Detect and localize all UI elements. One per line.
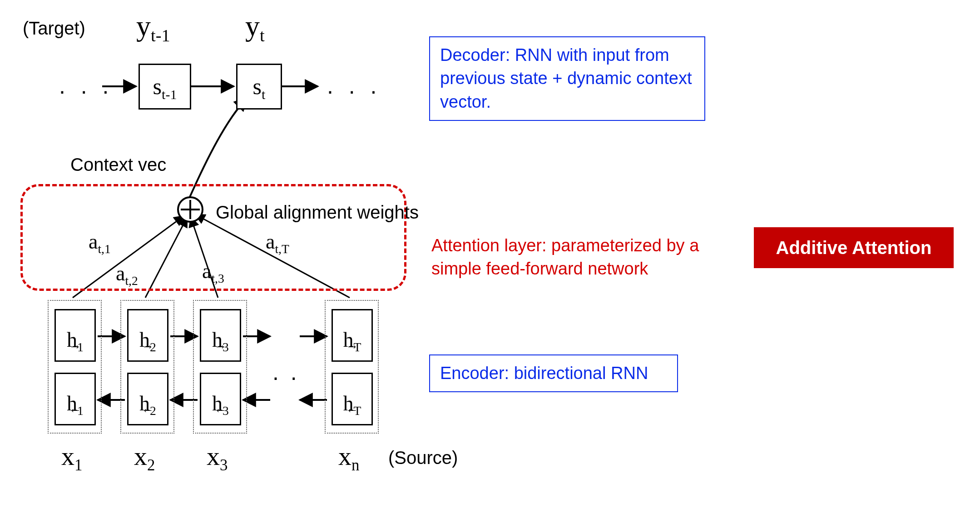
enc-hb-T: ←hT xyxy=(332,373,373,425)
diagram-stage: (Target) yt-1 yt . . . . . . st-1 st Con… xyxy=(0,0,980,509)
additive-attention-badge: Additive Attention xyxy=(754,227,954,268)
enc-hb-1: ←h1 xyxy=(54,373,96,425)
enc-hf-3: →h3 xyxy=(200,309,241,362)
enc-hf-2: →h2 xyxy=(127,309,168,362)
ellipsis-left: . . . xyxy=(59,73,113,99)
enc-ellipsis: . . xyxy=(272,359,300,385)
enc-x1: x1 xyxy=(61,441,82,474)
state-st: st xyxy=(236,64,282,110)
enc-hf-1: →h1 xyxy=(54,309,96,362)
enc-hf-T: →hT xyxy=(332,309,373,362)
source-label: (Source) xyxy=(388,448,458,468)
target-label: (Target) xyxy=(23,18,85,39)
sum-node-icon xyxy=(177,196,203,223)
ellipsis-right: . . . xyxy=(327,73,381,99)
output-yt: yt xyxy=(245,9,265,45)
attn-a-t3: at,3 xyxy=(202,259,224,286)
global-alignment-label: Global alignment weights xyxy=(216,202,419,223)
enc-hb-2: ←h2 xyxy=(127,373,168,425)
state-st-1: st-1 xyxy=(139,64,191,110)
attn-a-tT: at,T xyxy=(266,230,289,256)
enc-hb-3: ←h3 xyxy=(200,373,241,425)
attn-a-t2: at,2 xyxy=(116,261,138,288)
decoder-callout: Decoder: RNN with input from previous st… xyxy=(429,36,705,121)
output-yt-1: yt-1 xyxy=(136,9,170,45)
enc-x3: x3 xyxy=(207,441,228,474)
attention-callout: Attention layer: parameterized by a simp… xyxy=(431,234,722,281)
attn-a-t1: at,1 xyxy=(89,230,111,256)
context-vec-label: Context vec xyxy=(70,155,166,175)
encoder-callout: Encoder: bidirectional RNN xyxy=(429,354,678,392)
enc-x2: x2 xyxy=(134,441,155,474)
enc-xn: xn xyxy=(338,441,359,474)
